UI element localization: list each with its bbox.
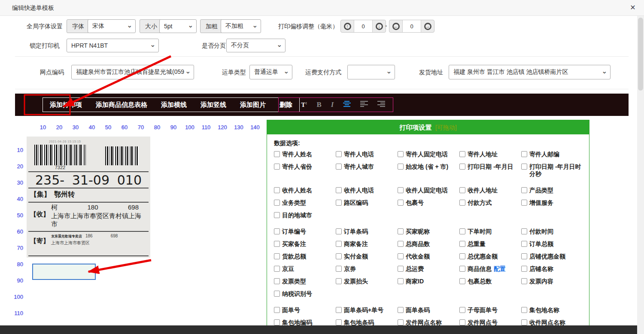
align-left-icon[interactable]: [360, 101, 368, 109]
offset-down-button[interactable]: ↓: [373, 20, 386, 32]
print-field-option[interactable]: 订单总额: [521, 240, 582, 248]
font-button[interactable]: 字体: [67, 19, 90, 33]
checkbox-icon[interactable]: [274, 307, 280, 313]
print-field-option[interactable]: 目的地城市: [274, 212, 336, 219]
checkbox-icon[interactable]: [398, 278, 404, 284]
checkbox-icon[interactable]: [459, 164, 465, 170]
print-field-option[interactable]: 总商品数: [398, 240, 459, 248]
print-field-option[interactable]: 买家昵称: [398, 228, 459, 235]
checkbox-icon[interactable]: [459, 307, 465, 313]
print-field-option[interactable]: 寄件人姓名: [274, 151, 336, 158]
print-field-option[interactable]: 增值服务: [521, 199, 582, 206]
freight-pay-select[interactable]: ⌄: [347, 65, 395, 79]
panel-header-draggable[interactable]: 打印项设置 [可拖动]: [267, 120, 589, 134]
checkbox-icon[interactable]: [398, 228, 404, 234]
print-field-option[interactable]: 付款时间: [521, 228, 582, 235]
print-field-option[interactable]: 发件网点号: [459, 319, 521, 325]
print-field-option[interactable]: 实付金额: [336, 253, 398, 260]
font-size-icon[interactable]: T↕: [301, 101, 307, 109]
bold-select[interactable]: 不加粗 ⌄: [221, 19, 261, 33]
print-field-option[interactable]: 收件网点名称: [521, 319, 582, 325]
print-field-option[interactable]: 发票类型: [274, 278, 336, 285]
print-field-option[interactable]: 发票抬头: [336, 278, 398, 285]
size-select[interactable]: 5pt ⌄: [159, 19, 197, 33]
toolbar-button[interactable]: 添加打印项: [50, 101, 82, 109]
print-field-option[interactable]: 集包地条码: [336, 319, 398, 325]
print-field-option[interactable]: 产品类型: [521, 187, 582, 194]
font-color-icon[interactable]: A: [286, 100, 292, 109]
print-field-option[interactable]: 业务类型: [274, 199, 336, 206]
toolbar-button[interactable]: 添加商品信息表格: [96, 101, 147, 109]
checkbox-icon[interactable]: [336, 241, 342, 247]
checkbox-icon[interactable]: [398, 187, 404, 193]
checkbox-icon[interactable]: [274, 200, 280, 206]
checkbox-icon[interactable]: [274, 212, 280, 218]
offset-left-button[interactable]: ←: [389, 20, 402, 32]
checkbox-icon[interactable]: [336, 253, 342, 259]
checkbox-icon[interactable]: [274, 266, 280, 272]
checkbox-icon[interactable]: [459, 151, 465, 157]
checkbox-icon[interactable]: [398, 200, 404, 206]
checkbox-icon[interactable]: [274, 187, 280, 193]
checkbox-icon[interactable]: [274, 241, 280, 247]
print-field-option[interactable]: 货款总额: [274, 253, 336, 260]
checkbox-icon[interactable]: [521, 266, 527, 272]
checkbox-icon[interactable]: [521, 307, 527, 313]
scrollbar-thumb[interactable]: [638, 18, 643, 91]
checkbox-icon[interactable]: [398, 319, 404, 325]
offset-vertical-input[interactable]: [354, 20, 373, 32]
print-field-option[interactable]: 收件人姓名: [274, 187, 336, 194]
close-icon[interactable]: ✕: [627, 0, 639, 15]
checkbox-icon[interactable]: [336, 164, 342, 170]
align-right-icon[interactable]: [377, 101, 385, 109]
printer-select[interactable]: HPRT N41BT ⌄: [67, 39, 159, 52]
checkbox-icon[interactable]: [521, 319, 527, 325]
checkbox-icon[interactable]: [459, 253, 465, 259]
checkbox-icon[interactable]: [274, 164, 280, 170]
checkbox-icon[interactable]: [336, 187, 342, 193]
print-field-option[interactable]: 面单条码+单号: [336, 307, 398, 314]
print-field-option[interactable]: 商家ID: [398, 278, 459, 285]
checkbox-icon[interactable]: [398, 164, 404, 170]
checkbox-icon[interactable]: [521, 278, 527, 284]
print-field-option[interactable]: 商品信息配置: [459, 265, 521, 273]
checkbox-icon[interactable]: [459, 187, 465, 193]
print-field-option[interactable]: 打印日期 -年月日时分秒: [521, 163, 582, 178]
checkbox-icon[interactable]: [274, 151, 280, 157]
print-field-option[interactable]: 包裹号: [398, 199, 459, 206]
print-field-option[interactable]: 京券: [336, 265, 398, 273]
print-field-option[interactable]: 打印日期 -年月日: [459, 163, 521, 178]
align-center-icon[interactable]: [343, 101, 351, 109]
checkbox-icon[interactable]: [398, 253, 404, 259]
print-field-option[interactable]: 纳税识别号: [274, 290, 336, 298]
checkbox-icon[interactable]: [521, 253, 527, 259]
print-field-option[interactable]: 收件人电话: [336, 187, 398, 194]
print-field-option[interactable]: 寄件人城市: [336, 163, 398, 178]
print-field-option[interactable]: 店铺名称: [521, 265, 582, 273]
checkbox-icon[interactable]: [521, 151, 527, 157]
print-field-option[interactable]: 集包地名称: [521, 307, 582, 314]
offset-right-button[interactable]: →: [421, 20, 434, 32]
checkbox-icon[interactable]: [336, 266, 342, 272]
toolbar-button[interactable]: 添加竖线: [200, 101, 226, 109]
print-field-option[interactable]: 订单编号: [274, 228, 336, 235]
checkbox-icon[interactable]: [521, 241, 527, 247]
checkbox-icon[interactable]: [274, 278, 280, 284]
checkbox-icon[interactable]: [459, 278, 465, 284]
checkbox-icon[interactable]: [459, 266, 465, 272]
checkbox-icon[interactable]: [521, 187, 527, 193]
print-field-option[interactable]: 寄件人地址: [459, 151, 521, 158]
print-field-option[interactable]: 路区编码: [336, 199, 398, 206]
waybill-preview[interactable]: 2021-04-26 15:15:15 7322 235- 31-09 010 …: [27, 137, 150, 258]
checkbox-icon[interactable]: [459, 200, 465, 206]
print-field-option[interactable]: 下单时间: [459, 228, 521, 235]
checkbox-icon[interactable]: [459, 319, 465, 325]
toolbar-button[interactable]: 添加横线: [161, 101, 187, 109]
print-field-option[interactable]: 寄件人电话: [336, 151, 398, 158]
selected-print-item[interactable]: [32, 264, 96, 280]
print-field-option[interactable]: 付款方式: [459, 199, 521, 206]
print-field-option[interactable]: 寄件人邮编: [521, 151, 582, 158]
print-field-option[interactable]: 始发地 (省 + 市): [398, 163, 459, 178]
toolbar-button[interactable]: 添加图片: [240, 101, 266, 109]
offset-up-button[interactable]: ↑: [341, 20, 354, 32]
